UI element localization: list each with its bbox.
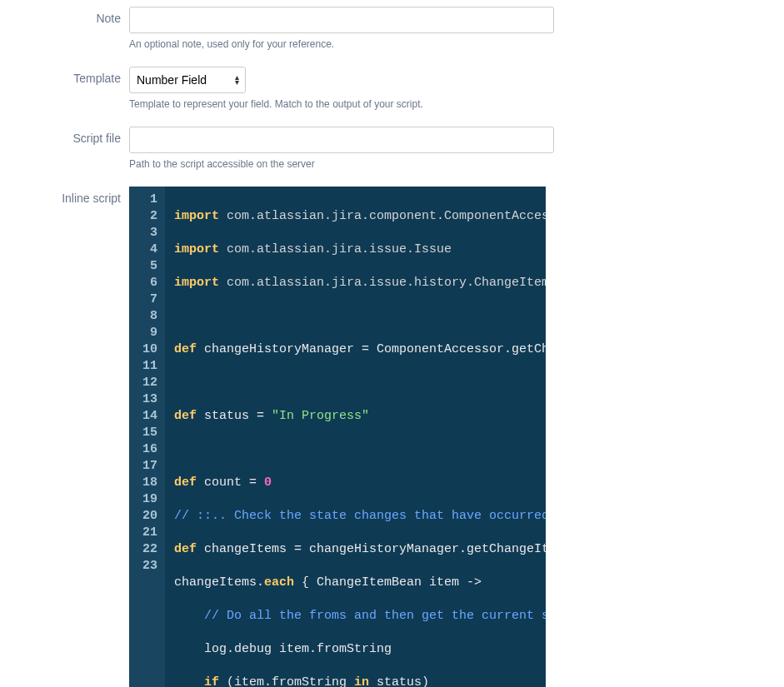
editor-code[interactable]: import com.atlassian.jira.component.Comp… bbox=[171, 187, 546, 687]
label-scriptfile: Script file bbox=[0, 127, 129, 180]
label-inlinescript: Inline script bbox=[0, 187, 129, 687]
template-help: Template to represent your field. Match … bbox=[129, 98, 554, 110]
note-help: An optional note, used only for your ref… bbox=[129, 38, 554, 50]
note-input[interactable] bbox=[129, 7, 554, 33]
code-editor[interactable]: 1234567891011121314151617181920212223 im… bbox=[129, 187, 546, 687]
row-template: Template Number Field ▴▾ Template to rep… bbox=[0, 67, 784, 120]
field-inlinescript: 1234567891011121314151617181920212223 im… bbox=[129, 187, 562, 687]
field-scriptfile: Path to the script accessible on the ser… bbox=[129, 127, 554, 180]
row-scriptfile: Script file Path to the script accessibl… bbox=[0, 127, 784, 180]
scriptfile-help: Path to the script accessible on the ser… bbox=[129, 158, 554, 170]
template-select[interactable]: Number Field bbox=[129, 67, 246, 93]
editor-wrap: 1234567891011121314151617181920212223 im… bbox=[129, 187, 562, 687]
label-template: Template bbox=[0, 67, 129, 120]
row-note: Note An optional note, used only for you… bbox=[0, 7, 784, 60]
editor-gutter: 1234567891011121314151617181920212223 bbox=[129, 187, 164, 687]
template-select-wrap: Number Field ▴▾ bbox=[129, 67, 246, 93]
scriptfile-input[interactable] bbox=[129, 127, 554, 153]
editor-indent-strip bbox=[164, 187, 171, 687]
field-template: Number Field ▴▾ Template to represent yo… bbox=[129, 67, 554, 120]
row-inlinescript: Inline script 12345678910111213141516171… bbox=[0, 187, 784, 687]
label-note: Note bbox=[0, 7, 129, 60]
form: Note An optional note, used only for you… bbox=[0, 7, 784, 687]
field-note: An optional note, used only for your ref… bbox=[129, 7, 554, 60]
